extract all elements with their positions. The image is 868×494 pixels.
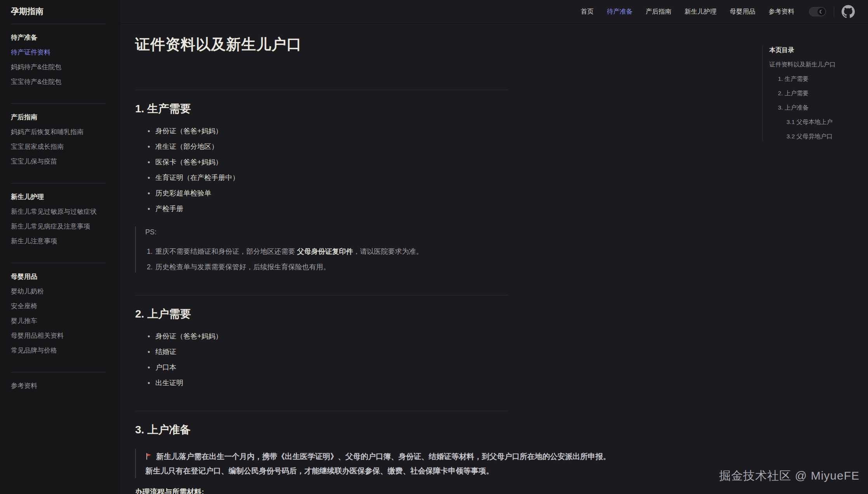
nav-item-postpartum[interactable]: 产后指南 (646, 7, 671, 16)
sidebar-group-newborn-care: 新生儿护理 新生儿常见过敏原与过敏症状 新生儿常见病症及注意事项 新生儿注意事项 (11, 193, 106, 246)
list-item: 医保卡（爸爸+妈妈） (155, 157, 621, 167)
sidebar-group-title: 待产准备 (11, 33, 106, 42)
sidebar-item-baby-vaccine[interactable]: 宝宝儿保与疫苗 (11, 157, 106, 166)
nav-item-newborn-care[interactable]: 新生儿护理 (685, 7, 717, 16)
sidebar-divider (11, 24, 106, 24)
sidebar-item-mom-recovery[interactable]: 妈妈产后恢复和哺乳指南 (11, 128, 106, 136)
nav-item-baby-products[interactable]: 母婴用品 (730, 7, 755, 16)
nav-item-references[interactable]: 参考资料 (769, 7, 794, 16)
sidebar-group-title: 产后指南 (11, 113, 106, 122)
ps-label: PS: (145, 227, 621, 237)
list-item: 2.历史检查单与发票需要保管好，后续报生育保险也有用。 (147, 262, 621, 272)
outline-title: 本页目录 (769, 46, 863, 54)
section-registration-needs: 2. 上户需要 身份证（爸爸+妈妈） 结婚证 户口本 出生证明 (135, 295, 621, 388)
section-registration-prep: 3. 上户准备 新生儿落户需在出生一个月内，携带《出生医学证明》、父母的户口簿、… (135, 411, 621, 494)
sidebar-divider (11, 263, 106, 263)
list-item: 产检手册 (155, 204, 621, 213)
page-outline: 本页目录 证件资料以及新生儿户口 1. 生产需要 2. 上户需要 3. 上户准备… (762, 46, 863, 141)
bullet-list: 身份证（爸爸+妈妈） 结婚证 户口本 出生证明 (135, 332, 621, 388)
sidebar-item-brands-prices[interactable]: 常见品牌与价格 (11, 346, 106, 355)
github-link[interactable] (842, 5, 855, 18)
list-item: 户口本 (155, 363, 621, 372)
sidebar-item-baby-hospital-bag[interactable]: 宝宝待产&住院包 (11, 78, 106, 86)
nav-item-home[interactable]: 首页 (581, 7, 594, 16)
sidebar-item-newborn-allergy[interactable]: 新生儿常见过敏原与过敏症状 (11, 208, 106, 216)
sidebar-divider (11, 372, 106, 372)
page-title: 证件资料以及新生儿户口 (135, 35, 621, 54)
sidebar-item-mom-hospital-bag[interactable]: 妈妈待产&住院包 (11, 63, 106, 72)
sidebar-item-baby-growth[interactable]: 宝宝居家成长指南 (11, 143, 106, 151)
ps-note-blockquote: PS: 1.重庆不需要结婚证和身份证，部分地区还需要 父母身份证复印件，请以医院… (135, 227, 621, 272)
outline-item-3-1[interactable]: 3.1 父母本地上户 (769, 118, 863, 126)
sidebar-divider (11, 183, 106, 183)
section-birth-needs: 1. 生产需要 身份证（爸爸+妈妈） 准生证（部分地区） 医保卡（爸爸+妈妈） … (135, 90, 621, 272)
navbar: 首页 待产准备 产后指南 新生儿护理 母婴用品 参考资料 ☾ (120, 0, 868, 24)
theme-toggle[interactable]: ☾ (809, 7, 826, 16)
process-materials-label: 办理流程与所需材料: (135, 487, 621, 494)
red-flag-icon (145, 451, 153, 464)
section-heading: 2. 上户需要 (135, 307, 621, 321)
watermark: 掘金技术社区 @ MiyueFE (719, 468, 859, 484)
list-item: 身份证（爸爸+妈妈） (155, 126, 621, 136)
list-item: 出生证明 (155, 378, 621, 388)
site-title[interactable]: 孕期指南 (11, 5, 106, 17)
sidebar-group-baby-products: 母婴用品 婴幼儿奶粉 安全座椅 婴儿推车 母婴用品相关资料 常见品牌与价格 (11, 272, 106, 355)
list-item: 身份证（爸爸+妈妈） (155, 332, 621, 341)
sidebar-item-formula[interactable]: 婴幼儿奶粉 (11, 287, 106, 296)
list-item: 生育证明（在产检手册中） (155, 173, 621, 182)
outline-item-3[interactable]: 3. 上户准备 (769, 103, 863, 112)
navbar-separator (834, 7, 834, 17)
list-item: 历史彩超单检验单 (155, 189, 621, 198)
outline-item-2[interactable]: 2. 上户需要 (769, 89, 863, 98)
sidebar-item-prenatal-documents[interactable]: 待产证件资料 (11, 48, 106, 57)
sidebar: 孕期指南 待产准备 待产证件资料 妈妈待产&住院包 宝宝待产&住院包 产后指南 … (0, 0, 120, 494)
section-heading: 3. 上户准备 (135, 422, 621, 437)
sidebar-item-products-refs[interactable]: 母婴用品相关资料 (11, 332, 106, 340)
outline-item-page[interactable]: 证件资料以及新生儿户口 (769, 60, 863, 69)
sidebar-group-prenatal: 待产准备 待产证件资料 妈妈待产&住院包 宝宝待产&住院包 (11, 33, 106, 86)
sidebar-item-newborn-notes[interactable]: 新生儿注意事项 (11, 237, 106, 246)
flag-quote: 新生儿落户需在出生一个月内，携带《出生医学证明》、父母的户口簿、身份证、结婚证等… (135, 449, 621, 478)
moon-icon: ☾ (818, 8, 825, 16)
sidebar-item-car-seat[interactable]: 安全座椅 (11, 302, 106, 311)
list-item: 1.重庆不需要结婚证和身份证，部分地区还需要 父母身份证复印件，请以医院要求为准… (147, 247, 621, 256)
ps-list: 1.重庆不需要结婚证和身份证，部分地区还需要 父母身份证复印件，请以医院要求为准… (145, 247, 621, 272)
outline-item-3-2[interactable]: 3.2 父母异地户口 (769, 132, 863, 141)
github-icon (842, 5, 855, 18)
sidebar-item-newborn-illness[interactable]: 新生儿常见病症及注意事项 (11, 222, 106, 231)
quote-line-1: 新生儿落户需在出生一个月内，携带《出生医学证明》、父母的户口簿、身份证、结婚证等… (156, 452, 611, 461)
section-heading: 1. 生产需要 (135, 101, 621, 116)
list-item: 结婚证 (155, 347, 621, 356)
sidebar-item-references[interactable]: 参考资料 (11, 382, 106, 390)
nav-item-prenatal[interactable]: 待产准备 (607, 7, 633, 16)
list-item: 准生证（部分地区） (155, 142, 621, 151)
bullet-list: 身份证（爸爸+妈妈） 准生证（部分地区） 医保卡（爸爸+妈妈） 生育证明（在产检… (135, 126, 621, 213)
outline-item-1[interactable]: 1. 生产需要 (769, 75, 863, 83)
sidebar-group-postpartum: 产后指南 妈妈产后恢复和哺乳指南 宝宝居家成长指南 宝宝儿保与疫苗 (11, 113, 106, 166)
main-content: 证件资料以及新生儿户口 1. 生产需要 身份证（爸爸+妈妈） 准生证（部分地区）… (135, 24, 621, 494)
sidebar-item-stroller[interactable]: 婴儿推车 (11, 317, 106, 325)
sidebar-group-references: 参考资料 (11, 382, 106, 390)
sidebar-group-title: 母婴用品 (11, 272, 106, 281)
sidebar-divider (11, 103, 106, 104)
quote-line-2: 新生儿只有在登记户口、编制公民身份号码后，才能继续联办医保参保、缴费、社会保障卡… (145, 464, 621, 477)
sidebar-group-title: 新生儿护理 (11, 193, 106, 201)
